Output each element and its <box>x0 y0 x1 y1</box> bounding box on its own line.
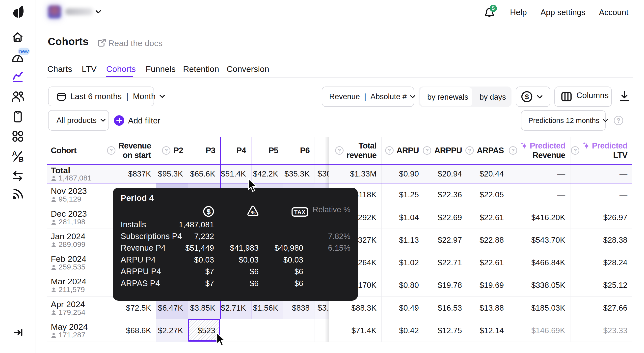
svg-text:$: $ <box>206 207 211 216</box>
svg-text:A: A <box>12 150 17 157</box>
svg-text:%: % <box>251 209 256 216</box>
svg-text:B: B <box>19 156 24 162</box>
svg-text:$: $ <box>525 93 529 101</box>
